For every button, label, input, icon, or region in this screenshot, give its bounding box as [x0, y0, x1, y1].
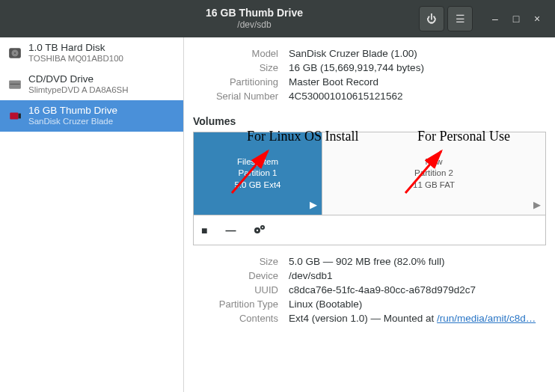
volumes-heading: Volumes: [193, 115, 546, 127]
cdrom-icon: [7, 77, 22, 92]
model-label: Model: [193, 48, 278, 59]
partitioning-label: Partitioning: [193, 76, 278, 88]
usb-icon: [7, 108, 22, 123]
power-icon: ⏻: [426, 13, 437, 25]
hamburger-icon: ☰: [456, 13, 465, 25]
maximize-button[interactable]: □: [506, 8, 527, 29]
device-item-hdd[interactable]: 1.0 TB Hard Disk TOSHIBA MQ01ABD100: [0, 37, 183, 69]
minimize-button[interactable]: –: [485, 8, 506, 29]
gears-icon: [254, 224, 267, 236]
partition-line: 11 GB FAT: [413, 180, 455, 192]
menu-button[interactable]: ☰: [447, 6, 473, 31]
pdev-label: Device: [193, 270, 278, 281]
device-name: 16 GB Thumb Drive: [28, 105, 117, 117]
svg-point-2: [14, 52, 16, 54]
device-name: 1.0 TB Hard Disk: [28, 42, 123, 54]
partition-line: New: [425, 156, 442, 168]
device-name: CD/DVD Drive: [28, 73, 129, 85]
volume-action-toolbar: ■ —: [193, 215, 546, 245]
svg-rect-4: [10, 84, 20, 85]
partition-1[interactable]: Filesystem Partition 1 5.0 GB Ext4 ▶: [194, 132, 322, 215]
hdd-icon: [7, 46, 22, 61]
partition-bar: Filesystem Partition 1 5.0 GB Ext4 ▶ New…: [193, 132, 546, 215]
psize-value: 5.0 GB — 902 MB free (82.0% full): [289, 256, 445, 267]
device-sub: TOSHIBA MQ01ABD100: [28, 54, 123, 64]
stop-button[interactable]: ■: [201, 224, 207, 236]
partition-line: Partition 1: [239, 168, 278, 180]
partition-line: Filesystem: [237, 156, 278, 168]
mount-path-link[interactable]: /run/media/amit/c8d…: [437, 313, 536, 324]
device-item-cdrom[interactable]: CD/DVD Drive SlimtypeDVD A DA8A6SH: [0, 69, 183, 100]
close-button[interactable]: ×: [527, 8, 548, 29]
size-label: Size: [193, 62, 278, 73]
psize-label: Size: [193, 256, 278, 267]
partition-line: 5.0 GB Ext4: [234, 180, 280, 192]
ptype-label: Partition Type: [193, 298, 278, 310]
close-icon: ×: [534, 13, 540, 25]
partitioning-value: Master Boot Record: [289, 76, 378, 88]
serial-label: Serial Number: [193, 91, 278, 102]
partition-line: Partition 2: [414, 168, 453, 180]
device-sub: SlimtypeDVD A DA8A6SH: [28, 85, 129, 96]
svg-rect-6: [19, 114, 21, 119]
size-value: 16 GB (15,669,919,744 bytes): [289, 62, 424, 73]
window-subtitle: /dev/sdb: [91, 19, 417, 30]
mount-play-icon[interactable]: ▶: [533, 198, 541, 212]
mount-play-icon[interactable]: ▶: [310, 198, 317, 212]
uuid-value: c8dca76e-51fc-4aa9-80cc-a678d979d2c7: [289, 284, 476, 295]
svg-point-10: [263, 227, 264, 228]
uuid-label: UUID: [193, 284, 278, 295]
serial-value: 4C530001010615121562: [289, 91, 402, 102]
model-value: SanDisk Cruzer Blade (1.00): [289, 48, 417, 59]
power-button[interactable]: ⏻: [419, 6, 444, 31]
contents-value: Ext4 (version 1.0) — Mounted at /run/med…: [289, 313, 536, 324]
minus-button[interactable]: —: [225, 224, 236, 236]
window-title: 16 GB Thumb Drive: [91, 7, 417, 19]
maximize-icon: □: [513, 13, 519, 25]
minimize-icon: –: [492, 13, 498, 25]
gears-button[interactable]: [254, 224, 267, 236]
main-panel: ModelSanDisk Cruzer Blade (1.00) Size16 …: [184, 37, 555, 392]
svg-point-8: [257, 230, 258, 231]
stop-icon: ■: [201, 224, 207, 236]
device-list: 1.0 TB Hard Disk TOSHIBA MQ01ABD100 CD/D…: [0, 37, 184, 392]
minus-icon: —: [225, 224, 236, 236]
contents-prefix: Ext4 (version 1.0) — Mounted at: [289, 313, 437, 324]
ptype-value: Linux (Bootable): [289, 298, 362, 310]
contents-label: Contents: [193, 313, 278, 324]
titlebar: 16 GB Thumb Drive /dev/sdb ⏻ ☰ – □ ×: [0, 0, 555, 37]
device-sub: SanDisk Cruzer Blade: [28, 117, 117, 127]
svg-rect-5: [10, 112, 18, 119]
device-item-thumbdrive[interactable]: 16 GB Thumb Drive SanDisk Cruzer Blade: [0, 100, 183, 132]
partition-2[interactable]: New Partition 2 11 GB FAT ▶: [322, 132, 545, 215]
pdev-value: /dev/sdb1: [289, 270, 333, 281]
